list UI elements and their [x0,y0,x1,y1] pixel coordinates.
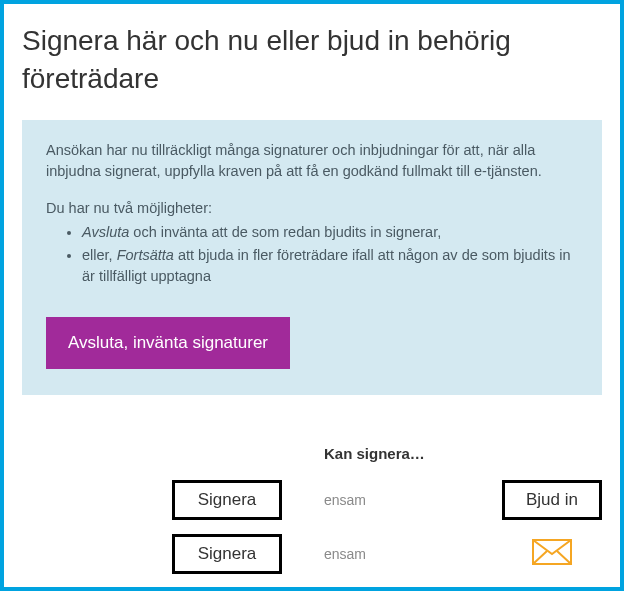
invite-button[interactable]: Bjud in [502,480,602,520]
options-heading: Du har nu två möjligheter: [46,200,578,216]
signers-section: Kan signera… Signera ensam Bjud in Signe… [22,445,602,574]
info-box: Ansökan har nu tillräckligt många signat… [22,120,602,395]
sign-button[interactable]: Signera [172,480,282,520]
list-item: Avsluta och invänta att de som redan bju… [82,222,578,243]
table-row: Signera ensam [172,534,602,574]
table-row: Signera ensam Bjud in [172,480,602,520]
option-emphasis: Fortsätta [117,247,174,263]
sign-status: ensam [324,546,532,562]
can-sign-header: Kan signera… [324,445,602,462]
option-text: och invänta att de som redan bjudits in … [129,224,441,240]
mail-sent-icon [532,539,572,569]
sign-button[interactable]: Signera [172,534,282,574]
info-paragraph: Ansökan har nu tillräckligt många signat… [46,140,578,182]
finish-button[interactable]: Avsluta, invänta signaturer [46,317,290,369]
option-emphasis: Avsluta [82,224,129,240]
page-title: Signera här och nu eller bjud in behörig… [22,22,602,98]
sign-status: ensam [324,492,502,508]
option-prefix: eller, [82,247,117,263]
options-list: Avsluta och invänta att de som redan bju… [46,222,578,287]
list-item: eller, Fortsätta att bjuda in fler föret… [82,245,578,287]
